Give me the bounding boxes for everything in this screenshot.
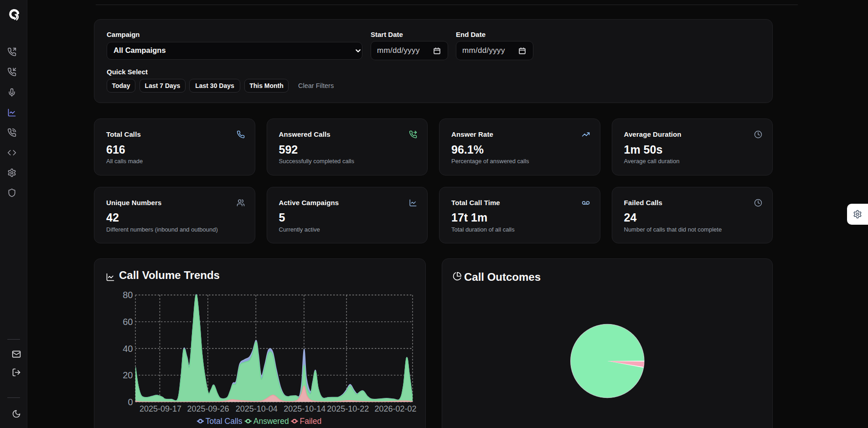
svg-text:2025-09-17: 2025-09-17	[140, 404, 181, 413]
svg-text:0: 0	[128, 397, 133, 407]
svg-text:2025-10-22: 2025-10-22	[327, 404, 369, 413]
svg-text:2025-10-14: 2025-10-14	[284, 404, 326, 413]
svg-text:40: 40	[123, 344, 133, 354]
svg-text:2025-10-04: 2025-10-04	[236, 404, 278, 413]
svg-text:80: 80	[123, 290, 133, 300]
svg-text:2026-02-02: 2026-02-02	[374, 404, 416, 413]
svg-text:Failed: Failed	[300, 417, 322, 426]
svg-text:Total Calls: Total Calls	[206, 417, 243, 426]
svg-text:20: 20	[123, 370, 133, 380]
svg-text:Answered: Answered	[253, 417, 289, 426]
svg-text:2025-09-26: 2025-09-26	[187, 404, 229, 413]
svg-text:60: 60	[123, 317, 133, 327]
